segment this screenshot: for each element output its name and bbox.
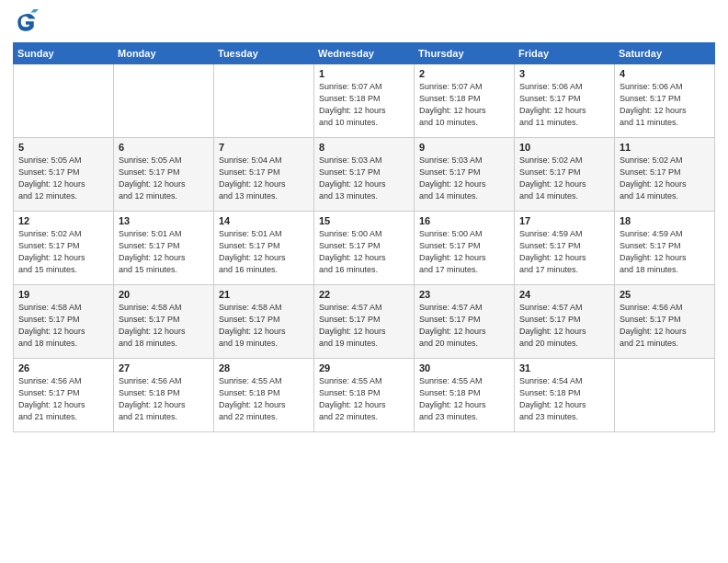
day-info: Sunrise: 5:01 AMSunset: 5:17 PMDaylight:… — [119, 228, 209, 276]
day-info: Sunrise: 4:54 AMSunset: 5:18 PMDaylight:… — [519, 375, 609, 423]
calendar-day-9: 9Sunrise: 5:03 AMSunset: 5:17 PMDaylight… — [415, 138, 515, 212]
day-info: Sunrise: 4:58 AMSunset: 5:17 PMDaylight:… — [119, 302, 209, 350]
logo-icon — [13, 9, 39, 35]
calendar-week-1: 5Sunrise: 5:05 AMSunset: 5:17 PMDaylight… — [14, 138, 715, 212]
page: SundayMondayTuesdayWednesdayThursdayFrid… — [0, 0, 728, 563]
day-number: 30 — [419, 362, 509, 373]
calendar-table: SundayMondayTuesdayWednesdayThursdayFrid… — [13, 42, 715, 432]
calendar-day-25: 25Sunrise: 4:56 AMSunset: 5:17 PMDayligh… — [615, 285, 715, 359]
day-header-wednesday: Wednesday — [314, 43, 415, 64]
calendar-empty — [14, 64, 114, 138]
calendar-day-30: 30Sunrise: 4:55 AMSunset: 5:18 PMDayligh… — [415, 359, 515, 432]
calendar-day-17: 17Sunrise: 4:59 AMSunset: 5:17 PMDayligh… — [515, 212, 615, 285]
day-info: Sunrise: 5:07 AMSunset: 5:18 PMDaylight:… — [419, 81, 509, 129]
day-info: Sunrise: 4:56 AMSunset: 5:17 PMDaylight:… — [620, 302, 710, 350]
day-info: Sunrise: 5:02 AMSunset: 5:17 PMDaylight:… — [620, 155, 710, 202]
day-number: 29 — [319, 362, 409, 373]
calendar-day-7: 7Sunrise: 5:04 AMSunset: 5:17 PMDaylight… — [214, 138, 314, 212]
day-number: 26 — [18, 362, 108, 373]
day-info: Sunrise: 4:59 AMSunset: 5:17 PMDaylight:… — [519, 228, 609, 276]
calendar-day-21: 21Sunrise: 4:58 AMSunset: 5:17 PMDayligh… — [214, 285, 314, 359]
calendar-empty — [615, 359, 715, 432]
day-number: 22 — [319, 289, 409, 300]
header — [13, 9, 715, 35]
calendar-day-5: 5Sunrise: 5:05 AMSunset: 5:17 PMDaylight… — [14, 138, 114, 212]
day-info: Sunrise: 5:02 AMSunset: 5:17 PMDaylight:… — [519, 155, 609, 202]
day-number: 3 — [519, 68, 609, 79]
calendar-day-11: 11Sunrise: 5:02 AMSunset: 5:17 PMDayligh… — [615, 138, 715, 212]
calendar-day-1: 1Sunrise: 5:07 AMSunset: 5:18 PMDaylight… — [314, 64, 415, 138]
day-number: 5 — [18, 142, 108, 153]
day-info: Sunrise: 4:55 AMSunset: 5:18 PMDaylight:… — [319, 375, 409, 423]
day-number: 9 — [419, 142, 509, 153]
calendar-day-4: 4Sunrise: 5:06 AMSunset: 5:17 PMDaylight… — [615, 64, 715, 138]
day-info: Sunrise: 5:03 AMSunset: 5:17 PMDaylight:… — [419, 155, 509, 202]
day-info: Sunrise: 4:58 AMSunset: 5:17 PMDaylight:… — [18, 302, 108, 350]
day-header-monday: Monday — [114, 43, 214, 64]
day-info: Sunrise: 4:57 AMSunset: 5:17 PMDaylight:… — [419, 302, 509, 350]
day-number: 18 — [620, 215, 710, 226]
day-info: Sunrise: 5:05 AMSunset: 5:17 PMDaylight:… — [119, 155, 209, 202]
day-number: 21 — [219, 289, 309, 300]
day-number: 28 — [219, 362, 309, 373]
day-info: Sunrise: 4:55 AMSunset: 5:18 PMDaylight:… — [419, 375, 509, 423]
calendar-day-29: 29Sunrise: 4:55 AMSunset: 5:18 PMDayligh… — [314, 359, 415, 432]
calendar-day-8: 8Sunrise: 5:03 AMSunset: 5:17 PMDaylight… — [314, 138, 415, 212]
day-info: Sunrise: 5:06 AMSunset: 5:17 PMDaylight:… — [519, 81, 609, 129]
day-info: Sunrise: 5:00 AMSunset: 5:17 PMDaylight:… — [419, 228, 509, 276]
day-info: Sunrise: 5:02 AMSunset: 5:17 PMDaylight:… — [18, 228, 108, 276]
calendar-day-15: 15Sunrise: 5:00 AMSunset: 5:17 PMDayligh… — [314, 212, 415, 285]
calendar-day-22: 22Sunrise: 4:57 AMSunset: 5:17 PMDayligh… — [314, 285, 415, 359]
calendar-empty — [114, 64, 214, 138]
day-info: Sunrise: 4:56 AMSunset: 5:18 PMDaylight:… — [119, 375, 209, 423]
calendar-day-23: 23Sunrise: 4:57 AMSunset: 5:17 PMDayligh… — [415, 285, 515, 359]
day-number: 24 — [519, 289, 609, 300]
day-info: Sunrise: 5:07 AMSunset: 5:18 PMDaylight:… — [319, 81, 409, 129]
day-number: 10 — [519, 142, 609, 153]
day-header-tuesday: Tuesday — [214, 43, 314, 64]
day-number: 23 — [419, 289, 509, 300]
calendar-day-14: 14Sunrise: 5:01 AMSunset: 5:17 PMDayligh… — [214, 212, 314, 285]
day-info: Sunrise: 5:00 AMSunset: 5:17 PMDaylight:… — [319, 228, 409, 276]
day-number: 16 — [419, 215, 509, 226]
logo — [13, 9, 42, 35]
day-number: 6 — [119, 142, 209, 153]
day-info: Sunrise: 5:04 AMSunset: 5:17 PMDaylight:… — [219, 155, 309, 202]
calendar-day-16: 16Sunrise: 5:00 AMSunset: 5:17 PMDayligh… — [415, 212, 515, 285]
day-info: Sunrise: 4:58 AMSunset: 5:17 PMDaylight:… — [219, 302, 309, 350]
calendar-day-31: 31Sunrise: 4:54 AMSunset: 5:18 PMDayligh… — [515, 359, 615, 432]
calendar-day-6: 6Sunrise: 5:05 AMSunset: 5:17 PMDaylight… — [114, 138, 214, 212]
day-number: 14 — [219, 215, 309, 226]
day-number: 20 — [119, 289, 209, 300]
calendar-day-18: 18Sunrise: 4:59 AMSunset: 5:17 PMDayligh… — [615, 212, 715, 285]
calendar-day-24: 24Sunrise: 4:57 AMSunset: 5:17 PMDayligh… — [515, 285, 615, 359]
day-number: 4 — [620, 68, 710, 79]
calendar-day-28: 28Sunrise: 4:55 AMSunset: 5:18 PMDayligh… — [214, 359, 314, 432]
day-header-saturday: Saturday — [615, 43, 715, 64]
day-info: Sunrise: 5:01 AMSunset: 5:17 PMDaylight:… — [219, 228, 309, 276]
calendar-header-row: SundayMondayTuesdayWednesdayThursdayFrid… — [14, 43, 715, 64]
day-info: Sunrise: 5:06 AMSunset: 5:17 PMDaylight:… — [620, 81, 710, 129]
day-header-thursday: Thursday — [415, 43, 515, 64]
day-info: Sunrise: 4:56 AMSunset: 5:17 PMDaylight:… — [18, 375, 108, 423]
calendar-week-0: 1Sunrise: 5:07 AMSunset: 5:18 PMDaylight… — [14, 64, 715, 138]
day-number: 31 — [519, 362, 609, 373]
calendar-day-12: 12Sunrise: 5:02 AMSunset: 5:17 PMDayligh… — [14, 212, 114, 285]
day-number: 8 — [319, 142, 409, 153]
day-number: 25 — [620, 289, 710, 300]
day-info: Sunrise: 5:05 AMSunset: 5:17 PMDaylight:… — [18, 155, 108, 202]
day-info: Sunrise: 4:55 AMSunset: 5:18 PMDaylight:… — [219, 375, 309, 423]
day-info: Sunrise: 4:57 AMSunset: 5:17 PMDaylight:… — [519, 302, 609, 350]
calendar-week-3: 19Sunrise: 4:58 AMSunset: 5:17 PMDayligh… — [14, 285, 715, 359]
calendar-day-10: 10Sunrise: 5:02 AMSunset: 5:17 PMDayligh… — [515, 138, 615, 212]
day-number: 13 — [119, 215, 209, 226]
calendar-empty — [214, 64, 314, 138]
day-number: 2 — [419, 68, 509, 79]
calendar-day-19: 19Sunrise: 4:58 AMSunset: 5:17 PMDayligh… — [14, 285, 114, 359]
day-number: 17 — [519, 215, 609, 226]
day-number: 15 — [319, 215, 409, 226]
day-number: 19 — [18, 289, 108, 300]
day-number: 27 — [119, 362, 209, 373]
calendar-week-4: 26Sunrise: 4:56 AMSunset: 5:17 PMDayligh… — [14, 359, 715, 432]
calendar-day-3: 3Sunrise: 5:06 AMSunset: 5:17 PMDaylight… — [515, 64, 615, 138]
